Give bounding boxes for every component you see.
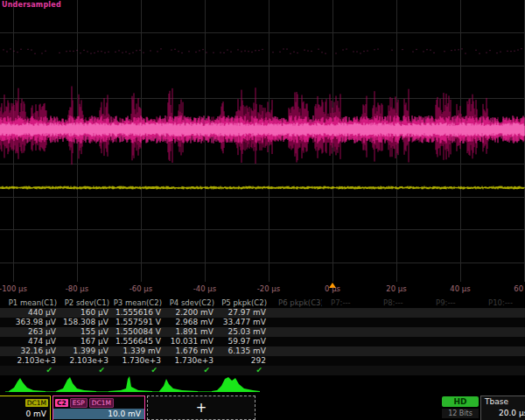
table-row: 2.103e+32.103e+31.730e+31.730e+3292 (0, 356, 525, 366)
param-header[interactable]: P6 pkpk(C3) (270, 298, 322, 308)
param-value (427, 318, 480, 327)
param-value: 27.97 mV (217, 308, 270, 318)
undersampled-warning: Undersampled (2, 1, 61, 9)
c2-peak-dots (4, 48, 522, 54)
param-value: 158.308 µV (60, 318, 112, 327)
param-value: 2.200 mV (164, 308, 217, 318)
table-row: 363.98 µV158.308 µV1.557591 V2.968 mV33.… (0, 318, 525, 327)
param-histicon[interactable] (56, 377, 96, 392)
param-header[interactable]: P5 pkpk(C2) (217, 298, 270, 308)
param-value (427, 337, 480, 346)
table-row: 440 µV160 µV1.555616 V2.200 mV27.97 mV (0, 308, 525, 318)
param-histicon[interactable] (108, 376, 152, 392)
waveform-svg (0, 0, 525, 282)
param-value (427, 356, 480, 366)
param-value: 59.97 mV (217, 337, 270, 346)
param-value (322, 318, 374, 327)
c2-scale: 10.0 mV (53, 409, 144, 419)
time-axis: -100 µs-80 µs-60 µs-40 µs-20 µs0 µs20 µs… (0, 282, 525, 297)
table-row: ✔✔✔✔✔ (0, 366, 525, 375)
param-header[interactable]: P8:--- (374, 298, 427, 308)
param-value (270, 337, 322, 346)
param-value (374, 356, 427, 366)
param-histicon[interactable] (9, 378, 46, 392)
param-histicon[interactable] (212, 377, 260, 392)
param-value (374, 327, 427, 337)
param-value (270, 308, 322, 318)
timebase-descriptor[interactable]: Tbase 20.0 µs (480, 396, 525, 420)
param-value: 1.891 mV (164, 327, 217, 337)
param-status-check (322, 366, 374, 375)
table-row: P1 mean(C1)P2 sdev(C1)P3 mean(C2)P4 sdev… (0, 298, 525, 308)
param-value (427, 327, 480, 337)
hd-indicator[interactable]: HD 12 Bits (442, 396, 479, 418)
param-value: 155 µV (60, 327, 112, 337)
param-histicon[interactable] (159, 379, 198, 392)
param-value (270, 318, 322, 327)
param-value: 2.103e+3 (60, 356, 112, 366)
histicon-row (0, 375, 525, 394)
param-status-check (480, 366, 525, 375)
param-value: 2.968 mV (164, 318, 217, 327)
param-value (322, 308, 374, 318)
param-value (270, 346, 322, 356)
axis-label: 20 µs (386, 284, 406, 293)
param-status-check (270, 366, 322, 375)
hd-badge: HD (442, 396, 479, 407)
param-value: 1.550084 V (112, 327, 164, 337)
param-value (480, 337, 525, 346)
table-row: 474 µV167 µV1.556645 V10.031 mV59.97 mV (0, 337, 525, 346)
param-value: 167 µV (60, 337, 112, 346)
param-value: 263 µV (0, 327, 60, 337)
param-value: 1.556645 V (112, 337, 164, 346)
tbase-label: Tbase (481, 396, 525, 408)
c1-descriptor[interactable]: DC1M 0 mV (0, 396, 51, 420)
axis-label: -80 µs (66, 284, 88, 293)
param-header[interactable]: P9:--- (427, 298, 480, 308)
c2-descriptor[interactable]: C2 ESP DC1M 10.0 mV (52, 396, 145, 420)
param-header[interactable]: P2 sdev(C1) (60, 298, 112, 308)
c1-scale: 0 mV (0, 409, 50, 419)
param-value: 1.399 µV (60, 346, 112, 356)
param-value (374, 337, 427, 346)
param-header[interactable]: P3 mean(C2) (112, 298, 164, 308)
param-value: 1.557591 V (112, 318, 164, 327)
param-status-check (374, 366, 427, 375)
param-value: 32.16 µV (0, 346, 60, 356)
param-value: 474 µV (0, 337, 60, 346)
param-value (374, 346, 427, 356)
param-status-check: ✔ (217, 366, 270, 375)
axis-label: -60 µs (130, 284, 152, 293)
param-value: 160 µV (60, 308, 112, 318)
param-value (322, 356, 374, 366)
param-value (480, 327, 525, 337)
param-header[interactable]: P10:--- (480, 298, 525, 308)
param-value: 6.135 mV (217, 346, 270, 356)
oscilloscope-screen: Undersampled -100 µs-80 µs-60 µs-40 µs-2… (0, 0, 525, 420)
hd-bits-label: 12 Bits (442, 409, 479, 418)
param-value: 1.339 mV (112, 346, 164, 356)
c1-trace[interactable] (0, 186, 524, 190)
param-value: 363.98 µV (0, 318, 60, 327)
param-value: 292 (217, 356, 270, 366)
param-value (322, 346, 374, 356)
param-status-check: ✔ (60, 366, 112, 375)
param-status-check: ✔ (164, 366, 217, 375)
param-value (480, 308, 525, 318)
param-value: 1.676 mV (164, 346, 217, 356)
param-header[interactable]: P4 sdev(C2) (164, 298, 217, 308)
param-header[interactable]: P1 mean(C1) (0, 298, 60, 308)
axis-label: -40 µs (193, 284, 216, 293)
add-trace-button[interactable]: + (147, 396, 256, 420)
param-value (322, 327, 374, 337)
param-value (270, 327, 322, 337)
param-value: 33.477 mV (217, 318, 270, 327)
c2-coupling-badge: DC1M (89, 398, 114, 408)
table-row: 32.16 µV1.399 µV1.339 mV1.676 mV6.135 mV (0, 346, 525, 356)
param-value (374, 318, 427, 327)
param-value: 1.555616 V (112, 308, 164, 318)
param-value (427, 346, 480, 356)
param-value: 25.03 mV (217, 327, 270, 337)
param-header[interactable]: P7:--- (322, 298, 374, 308)
axis-label: -100 µs (0, 284, 27, 293)
